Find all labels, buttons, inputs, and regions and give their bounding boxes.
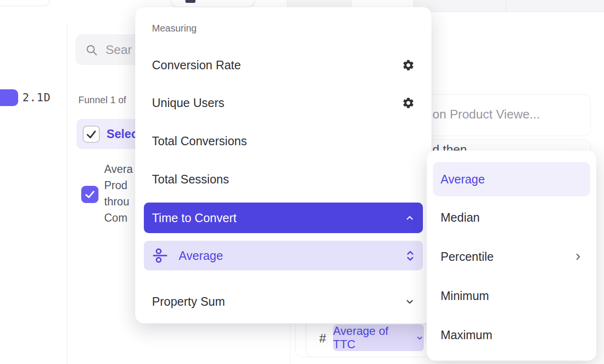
chevron-down-icon (416, 334, 424, 342)
funnel-count-label: Funnel 1 of (78, 95, 126, 106)
agg-item-percentile[interactable]: Percentile (433, 241, 590, 272)
select-all-checkbox[interactable] (83, 126, 100, 143)
chevron-up-down-icon (406, 249, 415, 262)
partial-icon (185, 0, 195, 3)
step-description-line: throu (104, 193, 133, 210)
menu-item-time-to-convert[interactable]: Time to Convert (144, 203, 423, 233)
gear-icon[interactable] (402, 96, 415, 109)
agg-item-maximum[interactable]: Maximum (433, 320, 590, 350)
funnel-bar (0, 89, 18, 106)
segment-divider (506, 0, 507, 12)
chevron-down-icon (405, 297, 415, 307)
step-description: Avera Prod throu Com (104, 161, 133, 226)
measuring-dropdown-title: Measuring (152, 23, 196, 34)
check-icon (84, 189, 96, 200)
step-description-line: Com (104, 210, 133, 226)
event-name-label: on Product Viewe... (432, 107, 540, 122)
menu-item-unique-users[interactable]: Unique Users (144, 87, 423, 118)
gear-icon[interactable] (402, 59, 415, 72)
bar-value-label: 2.1D (22, 91, 51, 104)
menu-item-total-conversions[interactable]: Total Conversions (144, 126, 423, 156)
partial-segmented-control (413, 0, 604, 12)
step-checkbox[interactable] (81, 186, 98, 203)
menu-item-total-sessions[interactable]: Total Sessions (144, 164, 423, 194)
metric-pill-label: Average of TTC (333, 324, 412, 351)
chevron-up-icon (405, 213, 415, 223)
agg-item-median[interactable]: Median (433, 202, 590, 233)
step-description-line: Avera (104, 161, 133, 177)
select-all-label: Selec (107, 127, 138, 141)
search-placeholder: Sear (106, 43, 132, 57)
metric-pill-button[interactable]: Average of TTC (333, 324, 424, 351)
measuring-dropdown: Measuring Conversion Rate Unique Users T… (135, 7, 431, 323)
average-division-icon (152, 247, 168, 264)
step-description-line: Prod (104, 177, 133, 193)
left-panel-divider (67, 23, 67, 364)
partial-card-top-middle (171, 0, 255, 7)
agg-item-minimum[interactable]: Minimum (433, 280, 590, 311)
menu-item-property-sum[interactable]: Property Sum (144, 286, 423, 317)
menu-item-conversion-rate[interactable]: Conversion Rate (144, 50, 423, 80)
partial-card-top-left (0, 0, 50, 6)
aggregation-dropdown: Average Median Percentile Minimum Maximu… (427, 150, 596, 361)
chevron-right-icon (573, 252, 582, 261)
agg-item-average[interactable]: Average (433, 162, 590, 196)
search-icon (85, 43, 98, 56)
menu-item-aggregation-average[interactable]: Average (144, 241, 423, 270)
numeric-type-label: # (319, 331, 326, 346)
